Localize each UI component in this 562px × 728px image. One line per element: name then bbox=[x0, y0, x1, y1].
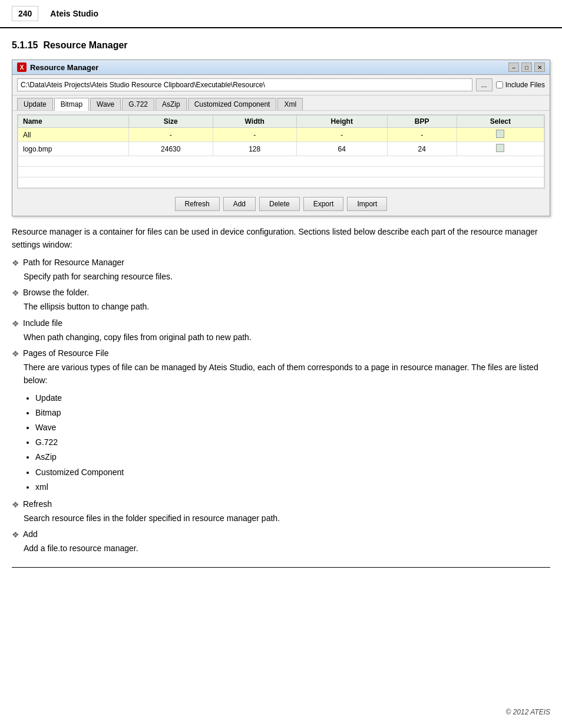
cell-bpp: - bbox=[387, 128, 457, 142]
cell-size: 24630 bbox=[128, 142, 213, 156]
maximize-button[interactable]: □ bbox=[521, 62, 532, 72]
list-item: AsZip bbox=[35, 450, 550, 465]
include-files-label: Include Files bbox=[496, 81, 545, 89]
col-size: Size bbox=[128, 116, 213, 128]
app-icon: X bbox=[17, 62, 27, 72]
page-header: 240 Ateis Studio bbox=[0, 0, 562, 28]
section-description: Specify path for searching resource file… bbox=[24, 270, 550, 283]
section-title: Resource Manager bbox=[43, 40, 127, 50]
list-item: Customized Component bbox=[35, 465, 550, 480]
section-item: ❖Browse the folder. bbox=[12, 288, 550, 298]
section-item: ❖Pages of Resource File bbox=[12, 348, 550, 358]
section-item: ❖Add bbox=[12, 529, 550, 539]
cell-width: 128 bbox=[213, 142, 296, 156]
section-item-title: Refresh bbox=[23, 499, 52, 509]
list-item: Bitmap bbox=[35, 406, 550, 420]
action-buttons-row: Refresh Add Delete Export Import bbox=[12, 192, 550, 216]
diamond-bullet: ❖ bbox=[12, 319, 19, 328]
import-button[interactable]: Import bbox=[347, 197, 387, 211]
tabs-bar: Update Bitmap Wave G.722 AsZip Customize… bbox=[12, 95, 550, 111]
cell-width: - bbox=[213, 128, 296, 142]
list-item: G.722 bbox=[35, 435, 550, 450]
footer-copyright: © 2012 ATEIS bbox=[505, 708, 550, 716]
table-empty-row bbox=[18, 156, 544, 167]
section-item-title: Path for Resource Manager bbox=[23, 258, 124, 267]
list-item: Wave bbox=[35, 420, 550, 435]
title-left: X Resource Manager bbox=[17, 62, 98, 72]
col-bpp: BPP bbox=[387, 116, 457, 128]
cell-select[interactable] bbox=[457, 142, 544, 156]
section-item-title: Include file bbox=[23, 318, 62, 328]
tab-update[interactable]: Update bbox=[17, 98, 53, 110]
diamond-bullet: ❖ bbox=[12, 349, 19, 358]
diamond-bullet: ❖ bbox=[12, 530, 19, 539]
diamond-bullet: ❖ bbox=[12, 500, 19, 509]
section-description: When path changing, copy files from orig… bbox=[24, 331, 550, 344]
tab-g722[interactable]: G.722 bbox=[122, 98, 154, 110]
tab-wave[interactable]: Wave bbox=[90, 98, 121, 110]
resource-manager-window: X Resource Manager – □ ✕ ... Include Fil… bbox=[12, 60, 550, 216]
export-button[interactable]: Export bbox=[303, 197, 344, 211]
section-description: Search resource files in the folder spec… bbox=[24, 512, 550, 525]
path-row: ... Include Files bbox=[12, 75, 550, 95]
browse-button[interactable]: ... bbox=[476, 78, 492, 91]
cell-bpp: 24 bbox=[387, 142, 457, 156]
footer-line bbox=[12, 567, 550, 568]
table-row: All - - - - bbox=[18, 128, 544, 142]
cell-height: - bbox=[296, 128, 387, 142]
path-input[interactable] bbox=[17, 78, 472, 91]
delete-button[interactable]: Delete bbox=[259, 197, 300, 211]
refresh-button[interactable]: Refresh bbox=[175, 197, 220, 211]
col-select: Select bbox=[457, 116, 544, 128]
col-width: Width bbox=[213, 116, 296, 128]
section-description: The ellipsis button to change path. bbox=[24, 300, 550, 313]
include-files-checkbox[interactable] bbox=[496, 81, 503, 88]
section-item: ❖Refresh bbox=[12, 499, 550, 509]
table-empty-row bbox=[18, 177, 544, 188]
tab-customized-component[interactable]: Customized Component bbox=[188, 98, 277, 110]
section-description: There are various types of file can be m… bbox=[24, 361, 550, 387]
intro-text: Resource manager is a container for file… bbox=[12, 225, 550, 252]
section-description: Add a file.to resource manager. bbox=[24, 542, 550, 555]
cell-size: - bbox=[128, 128, 213, 142]
list-item: Update bbox=[35, 391, 550, 406]
page-number: 240 bbox=[12, 6, 38, 21]
add-button[interactable]: Add bbox=[223, 197, 256, 211]
cell-name: logo.bmp bbox=[18, 142, 129, 156]
table-empty-row bbox=[18, 167, 544, 177]
section-item-title: Pages of Resource File bbox=[23, 348, 109, 358]
section-item-title: Browse the folder. bbox=[23, 288, 89, 297]
minimize-button[interactable]: – bbox=[508, 62, 519, 72]
window-controls[interactable]: – □ ✕ bbox=[508, 62, 545, 72]
section-item: ❖Include file bbox=[12, 318, 550, 328]
tab-bitmap[interactable]: Bitmap bbox=[54, 98, 89, 111]
list-item: xml bbox=[35, 480, 550, 495]
table-row: logo.bmp 24630 128 64 24 bbox=[18, 142, 544, 156]
cell-name: All bbox=[18, 128, 129, 142]
section-item: ❖Path for Resource Manager bbox=[12, 258, 550, 268]
titlebar: X Resource Manager – □ ✕ bbox=[12, 60, 550, 75]
resource-table-wrapper: Name Size Width Height BPP Select All - … bbox=[17, 114, 545, 189]
col-name: Name bbox=[18, 116, 129, 128]
diamond-bullet: ❖ bbox=[12, 258, 19, 268]
tab-xml[interactable]: Xml bbox=[277, 98, 303, 110]
close-button[interactable]: ✕ bbox=[534, 62, 545, 72]
section-list: UpdateBitmapWaveG.722AsZipCustomized Com… bbox=[35, 391, 550, 495]
app-name: Ateis Studio bbox=[50, 9, 98, 18]
window-title: Resource Manager bbox=[30, 63, 98, 72]
cell-height: 64 bbox=[296, 142, 387, 156]
section-heading: 5.1.15 Resource Manager bbox=[12, 40, 550, 51]
resource-table: Name Size Width Height BPP Select All - … bbox=[18, 115, 544, 188]
section-number: 5.1.15 bbox=[12, 40, 38, 50]
include-files-text: Include Files bbox=[505, 81, 545, 89]
col-height: Height bbox=[296, 116, 387, 128]
cell-select[interactable] bbox=[457, 128, 544, 142]
tab-aszip[interactable]: AsZip bbox=[156, 98, 187, 110]
diamond-bullet: ❖ bbox=[12, 288, 19, 298]
section-item-title: Add bbox=[23, 529, 38, 539]
